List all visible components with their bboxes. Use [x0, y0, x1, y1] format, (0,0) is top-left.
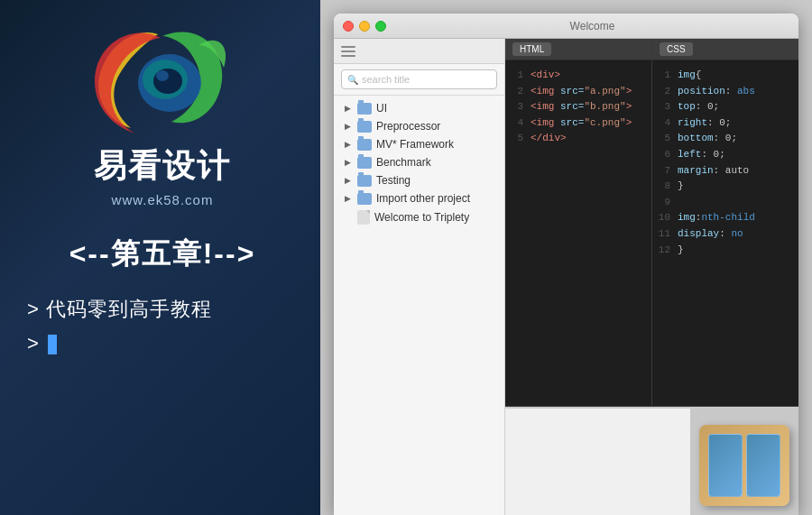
cursor-blink [48, 335, 57, 354]
search-bar[interactable]: 🔍 search title [334, 64, 504, 96]
tree-item-benchmark[interactable]: ▶ Benchmark [334, 153, 504, 171]
code-line: 2 position: abs [656, 84, 795, 100]
close-button[interactable] [343, 21, 354, 32]
folder-icon [357, 103, 372, 115]
maximize-button[interactable] [375, 21, 386, 32]
search-input-wrapper[interactable]: 🔍 search title [341, 69, 497, 89]
hamburger-icon[interactable] [341, 46, 355, 57]
folder-icon [357, 193, 372, 205]
html-tab-bar: HTML [505, 39, 651, 60]
code-line: 12 } [656, 243, 795, 259]
code-line: 1 <div> [509, 68, 648, 84]
bottom-left-panel [505, 409, 690, 515]
code-line: 4 <img src="c.png"> [509, 115, 648, 132]
sidebar-toolbar [334, 39, 504, 64]
html-code-body: 1 <div> 2 <img src="a.png"> 3 <img src="… [505, 60, 651, 406]
search-placeholder: search title [362, 74, 410, 85]
bottom-right-panel [690, 409, 798, 515]
mac-window: Welcome 🔍 search title [334, 14, 798, 515]
expand-arrow: ▶ [345, 122, 354, 131]
tree-label-import: Import other project [376, 192, 470, 205]
code-panels-top: HTML 1 <div> 2 <img src="a.png"> [505, 39, 798, 407]
brand-name: 易看设计 [94, 144, 231, 189]
hamburger-line-3 [341, 55, 355, 57]
tree-item-ui[interactable]: ▶ UI [334, 99, 504, 117]
code-line: 8 } [656, 179, 795, 195]
code-panels-bottom [505, 407, 798, 515]
code-line: 6 left: 0; [656, 147, 795, 163]
code-line: 1 img{ [656, 68, 795, 84]
window-body: 🔍 search title ▶ UI ▶ Preprocessor [334, 39, 798, 515]
left-panel: 易看设计 www.ek58.com <--第五章!--> > 代码零到高手教程 … [0, 0, 325, 515]
traffic-lights [343, 21, 386, 32]
expand-arrow: ▶ [345, 140, 354, 149]
tree-label-benchmark: Benchmark [376, 156, 431, 169]
tree-label-ui: UI [376, 102, 387, 115]
right-panel: Welcome 🔍 search title [320, 0, 812, 515]
sidebar: 🔍 search title ▶ UI ▶ Preprocessor [334, 39, 505, 515]
card-slot-right [746, 434, 780, 497]
tree-label-welcome: Welcome to Triplety [374, 211, 469, 224]
css-tab[interactable]: CSS [660, 42, 693, 56]
expand-arrow: ▶ [345, 194, 354, 203]
brand-url: www.ek58.com [112, 192, 214, 207]
code-line: 4 right: 0; [656, 115, 795, 132]
mac-titlebar: Welcome [334, 14, 798, 39]
window-title: Welcome [395, 20, 789, 32]
minimize-button[interactable] [359, 21, 370, 32]
subtitle-line-1: > 代码零到高手教程 [27, 296, 212, 323]
tree-label-preprocessor: Preprocessor [376, 120, 440, 133]
code-line: 7 margin: auto [656, 163, 795, 179]
tree-label-mv: MV* Framework [376, 138, 454, 151]
tree-label-testing: Testing [376, 174, 411, 187]
expand-arrow: ▶ [345, 104, 354, 113]
code-line: 9 [656, 195, 795, 211]
expand-arrow: ▶ [345, 158, 354, 167]
tree-item-welcome[interactable]: Welcome to Triplety [334, 207, 504, 227]
folder-icon [357, 121, 372, 133]
code-line: 11 display: no [656, 226, 795, 243]
hamburger-line-1 [341, 46, 355, 48]
tree-item-mv-framework[interactable]: ▶ MV* Framework [334, 135, 504, 153]
code-line: 3 <img src="b.png"> [509, 99, 648, 115]
search-icon: 🔍 [347, 75, 358, 85]
folder-icon [357, 175, 372, 187]
file-icon [357, 210, 370, 225]
code-line: 3 top: 0; [656, 99, 795, 115]
css-panel: CSS 1 img{ 2 position: abs [651, 39, 798, 406]
css-tab-bar: CSS [652, 39, 798, 60]
code-line: 10 img:nth-child [656, 210, 795, 226]
chapter-text: <--第五章!--> [69, 235, 256, 274]
expand-arrow: ▶ [345, 176, 354, 185]
svg-point-3 [156, 70, 169, 81]
folder-icon [357, 157, 372, 169]
subtitle-line-2: > [27, 332, 212, 355]
card-slot-left [708, 434, 743, 497]
logo-container [90, 18, 235, 135]
html-tab[interactable]: HTML [512, 42, 551, 56]
code-line: 5 bottom: 0; [656, 131, 795, 147]
card-decoration [699, 425, 789, 506]
subtitle-lines: > 代码零到高手教程 > [0, 296, 212, 364]
tree-item-preprocessor[interactable]: ▶ Preprocessor [334, 117, 504, 135]
tree-item-testing[interactable]: ▶ Testing [334, 171, 504, 189]
hamburger-line-2 [341, 51, 355, 52]
code-line: 2 <img src="a.png"> [509, 84, 648, 100]
code-panels: HTML 1 <div> 2 <img src="a.png"> [505, 39, 798, 515]
code-line: 5 </div> [509, 131, 648, 147]
tree-item-import[interactable]: ▶ Import other project [334, 189, 504, 207]
css-code-body: 1 img{ 2 position: abs 3 top: 0; [652, 60, 798, 406]
html-panel: HTML 1 <div> 2 <img src="a.png"> [505, 39, 651, 406]
tree-items: ▶ UI ▶ Preprocessor ▶ MV* Framework [334, 96, 504, 515]
folder-icon [357, 139, 372, 151]
